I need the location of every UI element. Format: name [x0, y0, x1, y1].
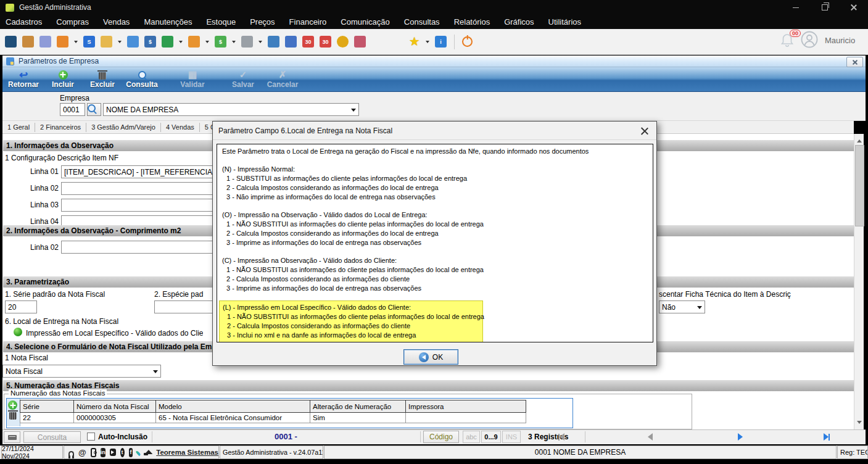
col-serie[interactable]: Série — [20, 400, 74, 413]
consulta-button[interactable]: Consulta — [126, 69, 158, 89]
people-icon[interactable] — [22, 36, 34, 48]
instagram-icon[interactable] — [91, 448, 96, 457]
graduation-cap-icon[interactable] — [144, 453, 148, 455]
last-record-button[interactable] — [824, 433, 830, 441]
dropdown-caret-icon[interactable] — [118, 41, 122, 45]
auto-inclusao-checkbox[interactable] — [87, 433, 95, 441]
excluir-button[interactable]: Excluir — [86, 69, 118, 89]
dropdown-caret-icon[interactable] — [232, 41, 236, 45]
close-button[interactable] — [843, 0, 864, 15]
menu-manutencoes[interactable]: Manutenções — [144, 17, 192, 27]
table-row[interactable]: 22 0000000305 65 - Nota Fiscal Eletrônic… — [20, 413, 526, 423]
tab-gestao-adm-varejo[interactable]: 3 Gestão Adm/Varejo — [86, 123, 161, 132]
col-alteracao[interactable]: Alteração de Numeração — [310, 400, 406, 413]
local-entrega-value: Impressão em Local Específico - Válido d… — [26, 329, 203, 338]
restore-button[interactable] — [814, 0, 835, 15]
dialog-close-button[interactable] — [640, 126, 649, 135]
next-record-button[interactable] — [738, 433, 743, 441]
add-row-icon[interactable] — [8, 400, 17, 410]
document-search-icon[interactable] — [354, 36, 366, 48]
favorites-star-icon[interactable] — [408, 36, 420, 48]
tab-geral[interactable]: 1 Geral — [2, 123, 35, 132]
delete-row-icon[interactable] — [9, 412, 17, 420]
dropdown-caret-icon[interactable] — [426, 41, 429, 45]
nota-fiscal-combo[interactable]: Nota Fiscal — [2, 365, 161, 378]
menu-relatorios[interactable]: Relatórios — [454, 17, 490, 27]
map-pin-icon[interactable] — [136, 450, 141, 455]
toolbar-separator — [454, 35, 455, 49]
linkedin-icon[interactable]: in — [101, 448, 105, 457]
menu-compras[interactable]: Compras — [56, 17, 89, 27]
salvar-button[interactable]: Salvar — [227, 69, 259, 89]
minimize-button[interactable] — [785, 0, 806, 15]
cash-register-icon[interactable] — [241, 36, 253, 48]
empresa-name-combo[interactable]: NOME DA EMPRESA — [103, 103, 359, 116]
retornar-button[interactable]: Retornar — [7, 69, 39, 89]
keyboard-button[interactable] — [4, 431, 20, 443]
building-icon[interactable] — [5, 36, 17, 48]
especie-input[interactable] — [154, 300, 213, 313]
scrollbar-thumb[interactable] — [855, 145, 864, 226]
menu-vendas[interactable]: Vendas — [103, 17, 130, 27]
ficha-tecnica-combo[interactable]: Não — [659, 300, 705, 313]
calendar-icon[interactable]: 30 — [302, 36, 314, 48]
power-icon[interactable] — [462, 36, 473, 47]
sales-document-icon[interactable]: S — [83, 36, 95, 48]
empresa-search-button[interactable] — [87, 103, 101, 116]
previous-record-button[interactable] — [648, 433, 653, 441]
money-icon[interactable]: $ — [215, 36, 226, 48]
calendar-gear-icon[interactable]: 30 — [320, 36, 331, 48]
dropdown-caret-icon[interactable] — [74, 41, 78, 45]
headset-icon[interactable] — [68, 451, 74, 457]
id-card-icon[interactable] — [39, 36, 51, 48]
codigo-button[interactable]: Código — [423, 431, 459, 443]
col-numero[interactable]: Número da Nota Fiscal — [74, 400, 156, 413]
calculator-icon[interactable] — [285, 36, 297, 48]
scroll-up-icon[interactable] — [857, 137, 862, 143]
invoice-icon[interactable] — [268, 36, 279, 48]
menu-precos[interactable]: Preços — [250, 17, 275, 27]
menu-comunicacao[interactable]: Comunicação — [341, 17, 390, 27]
navbar-separator — [585, 431, 585, 442]
dropdown-caret-icon[interactable] — [205, 41, 209, 45]
person-icon[interactable] — [127, 36, 139, 48]
first-record-button[interactable] — [558, 433, 564, 441]
teorema-link[interactable]: Teorema Sistemas — [156, 449, 218, 456]
folder-icon[interactable] — [188, 36, 200, 48]
menu-consultas[interactable]: Consultas — [404, 17, 440, 27]
inner-window-close-button[interactable] — [846, 57, 863, 67]
menu-financeiro[interactable]: Financeiro — [289, 17, 327, 27]
user-avatar[interactable] — [801, 31, 818, 51]
ok-button[interactable]: OK — [403, 349, 458, 365]
validar-button[interactable]: Validar — [176, 69, 209, 89]
youtube-icon[interactable] — [110, 449, 116, 456]
col-modelo[interactable]: Modelo — [156, 400, 310, 413]
dropdown-caret-icon[interactable] — [179, 41, 183, 45]
menu-estoque[interactable]: Estoque — [206, 17, 236, 27]
menu-utilitarios[interactable]: Utilitários — [548, 17, 581, 27]
incluir-button[interactable]: Incluir — [47, 69, 79, 89]
serie-input[interactable]: 20 — [5, 300, 37, 313]
org-chart-icon[interactable] — [57, 36, 68, 48]
scroll-down-icon[interactable] — [857, 421, 862, 426]
vertical-scrollbar[interactable] — [854, 134, 864, 429]
at-icon[interactable]: @ — [78, 448, 86, 457]
parametro-dialog: Parâmetro Campo 6.Local de Entrega na No… — [212, 121, 657, 366]
tab-financeiros[interactable]: 2 Financeiros — [35, 123, 86, 132]
section1-subtitle: 1 Configuração Descrição Item NF — [5, 154, 118, 162]
menu-cadastros[interactable]: Cadastros — [6, 17, 42, 27]
padlock-icon[interactable] — [337, 36, 349, 48]
tab-vendas[interactable]: 4 Vendas — [161, 123, 200, 132]
package-icon[interactable] — [101, 36, 112, 48]
consulta-nav-button[interactable]: Consulta — [23, 431, 81, 443]
dropdown-caret-icon[interactable] — [258, 41, 262, 45]
cancelar-button[interactable]: Cancelar — [267, 69, 299, 89]
empresa-code-input[interactable]: 0001 — [60, 103, 85, 116]
menu-graficos[interactable]: Gráficos — [504, 17, 534, 27]
shopping-cart-icon[interactable] — [162, 36, 173, 48]
twitter-icon[interactable]: t — [120, 448, 125, 457]
facebook-icon[interactable]: f — [129, 448, 133, 457]
info-icon[interactable]: i — [435, 36, 447, 48]
bank-dollar-icon[interactable]: $ — [144, 36, 156, 48]
col-impressora[interactable]: Impressora — [406, 400, 526, 413]
